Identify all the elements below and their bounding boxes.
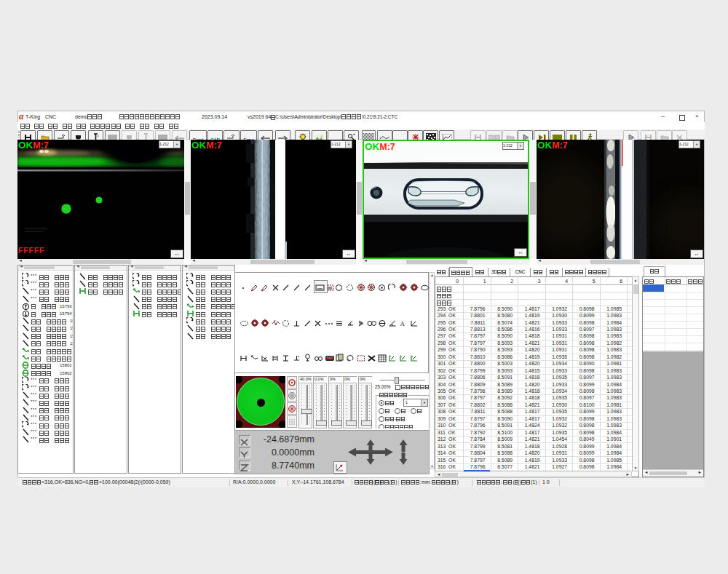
svg-text:A: A	[400, 320, 405, 327]
